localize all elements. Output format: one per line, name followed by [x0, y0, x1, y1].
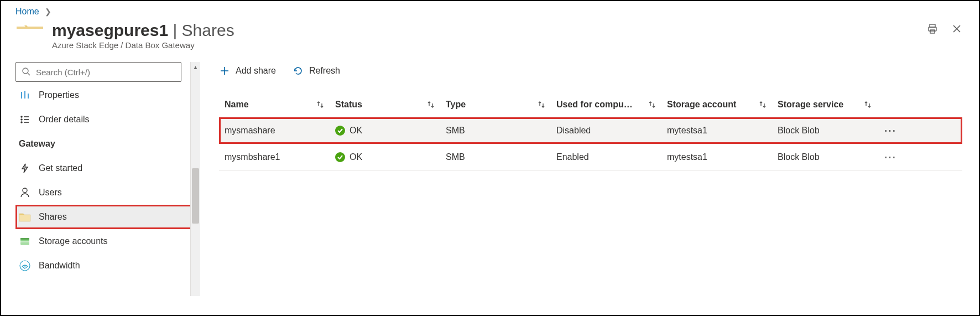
sort-icon[interactable] — [864, 101, 872, 108]
status-ok-icon — [335, 152, 345, 162]
row-more-button[interactable]: ⋯ — [877, 123, 904, 138]
table-header: Name Status Type Used for compu… Storage… — [219, 92, 962, 117]
cell-status: OK — [330, 126, 440, 136]
column-header-name[interactable]: Name — [219, 100, 330, 110]
toolbar: Add share Refresh — [219, 62, 962, 80]
sidebar-item-shares[interactable]: Shares — [15, 205, 199, 229]
page-title: myasegpures1 | Shares — [52, 21, 234, 39]
search-input[interactable] — [15, 62, 181, 82]
refresh-button[interactable]: Refresh — [293, 65, 340, 76]
status-ok-icon — [335, 126, 345, 136]
list-icon — [19, 114, 31, 125]
sidebar-item-properties[interactable]: Properties — [15, 83, 200, 107]
properties-icon — [19, 90, 31, 101]
user-icon — [19, 187, 31, 198]
svg-line-8 — [28, 73, 30, 75]
table-row[interactable]: mysmashare OK SMB Disabled mytestsa1 Blo… — [219, 117, 962, 144]
sidebar-item-label: Get started — [39, 163, 82, 173]
sidebar-item-order-details[interactable]: Order details — [15, 107, 200, 132]
svg-point-18 — [23, 188, 27, 193]
sidebar-item-label: Shares — [39, 212, 67, 222]
sort-icon[interactable] — [648, 101, 656, 108]
column-header-account[interactable]: Storage account — [661, 100, 772, 110]
row-more-button[interactable]: ⋯ — [877, 150, 904, 164]
sidebar-item-bandwidth[interactable]: Bandwidth — [15, 253, 200, 278]
cell-compute: Enabled — [551, 152, 661, 162]
close-button[interactable] — [949, 21, 965, 37]
svg-point-16 — [21, 122, 22, 123]
svg-rect-2 — [930, 24, 935, 27]
sort-icon[interactable] — [427, 101, 435, 108]
wifi-icon — [19, 260, 31, 271]
toolbar-label: Refresh — [309, 66, 340, 76]
cell-type: SMB — [440, 152, 551, 162]
shares-table: Name Status Type Used for compu… Storage… — [219, 92, 962, 170]
sidebar-item-storage-accounts[interactable]: Storage accounts — [15, 229, 200, 253]
plus-icon — [219, 65, 230, 76]
column-header-compute[interactable]: Used for compu… — [551, 100, 661, 110]
column-header-status[interactable]: Status — [330, 100, 440, 110]
cell-service: Block Blob — [772, 152, 877, 162]
sidebar-group-gateway: Gateway — [15, 132, 200, 156]
print-button[interactable] — [925, 21, 940, 37]
add-share-button[interactable]: Add share — [219, 65, 276, 76]
sidebar-item-label: Properties — [39, 90, 79, 100]
svg-rect-3 — [929, 27, 936, 31]
cell-name: mysmbshare1 — [219, 152, 330, 162]
search-field[interactable] — [35, 67, 175, 77]
refresh-icon — [293, 65, 304, 76]
scroll-up-icon[interactable]: ▲ — [191, 62, 200, 72]
folder-icon — [19, 212, 31, 222]
svg-point-24 — [24, 268, 25, 269]
svg-point-14 — [21, 119, 22, 120]
cell-status: OK — [330, 152, 440, 162]
sidebar-scrollbar[interactable]: ▲ — [190, 62, 200, 296]
breadcrumb: Home ❯ — [1, 1, 979, 19]
sidebar: « Properties Order details Gateway — [1, 54, 200, 296]
main-content: Add share Refresh Name Status — [200, 54, 979, 296]
sidebar-item-label: Storage accounts — [39, 236, 108, 246]
column-header-service[interactable]: Storage service — [772, 100, 877, 110]
sidebar-item-users[interactable]: Users — [15, 180, 200, 205]
chevron-right-icon: ❯ — [45, 7, 51, 16]
svg-rect-20 — [20, 238, 29, 240]
cell-name: mysmashare — [219, 126, 330, 136]
breadcrumb-home[interactable]: Home — [15, 7, 39, 16]
page-header: myasegpures1 | Shares Azure Stack Edge /… — [1, 19, 979, 54]
cell-type: SMB — [440, 126, 551, 136]
scroll-thumb[interactable] — [192, 168, 199, 224]
svg-point-12 — [21, 116, 22, 117]
column-header-type[interactable]: Type — [440, 100, 551, 110]
cell-account: mytestsa1 — [661, 152, 772, 162]
svg-rect-1 — [17, 27, 43, 29]
cell-account: mytestsa1 — [661, 126, 772, 136]
page-subtitle: Azure Stack Edge / Data Box Gateway — [52, 40, 234, 50]
lightning-icon — [19, 163, 31, 174]
folder-icon — [15, 21, 44, 46]
toolbar-label: Add share — [236, 66, 276, 76]
svg-point-7 — [23, 68, 28, 74]
sidebar-item-label: Order details — [39, 115, 90, 125]
svg-rect-4 — [930, 30, 935, 33]
sort-icon[interactable] — [538, 101, 545, 108]
sidebar-item-get-started[interactable]: Get started — [15, 156, 200, 180]
storage-icon — [19, 236, 31, 247]
sidebar-item-label: Bandwidth — [39, 261, 80, 271]
cell-service: Block Blob — [772, 126, 877, 136]
cell-compute: Disabled — [551, 126, 661, 136]
sort-icon[interactable] — [759, 101, 767, 108]
sort-icon[interactable] — [316, 101, 324, 108]
sidebar-item-label: Users — [39, 188, 62, 198]
search-icon — [22, 67, 30, 77]
table-row[interactable]: mysmbshare1 OK SMB Enabled mytestsa1 Blo… — [219, 144, 962, 170]
